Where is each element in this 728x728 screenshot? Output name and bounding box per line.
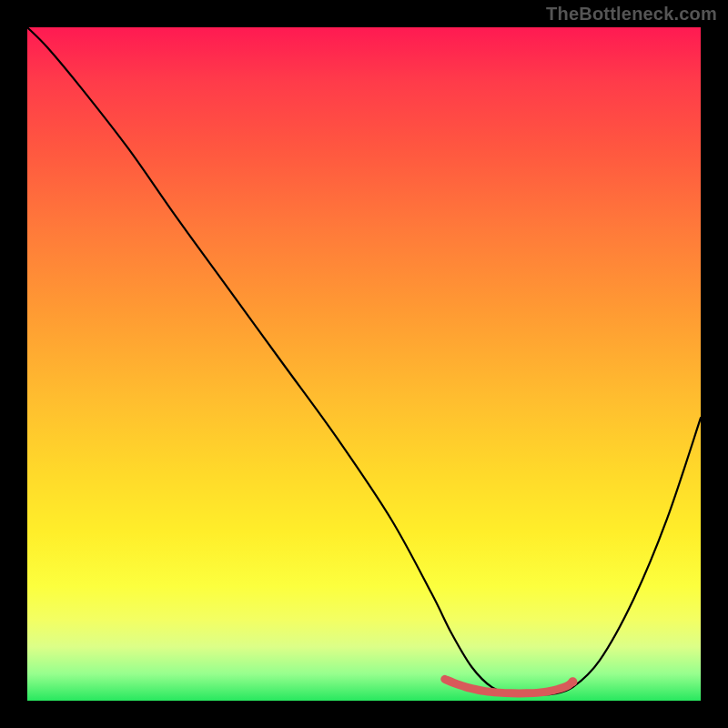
curve-layer bbox=[27, 27, 701, 701]
watermark-text: TheBottleneck.com bbox=[546, 4, 717, 25]
bottleneck-curve bbox=[27, 27, 701, 694]
chart-frame: TheBottleneck.com bbox=[0, 0, 728, 728]
marker-end-dot bbox=[568, 677, 577, 686]
plot-area bbox=[27, 27, 701, 701]
optimal-range-marker bbox=[445, 679, 573, 693]
